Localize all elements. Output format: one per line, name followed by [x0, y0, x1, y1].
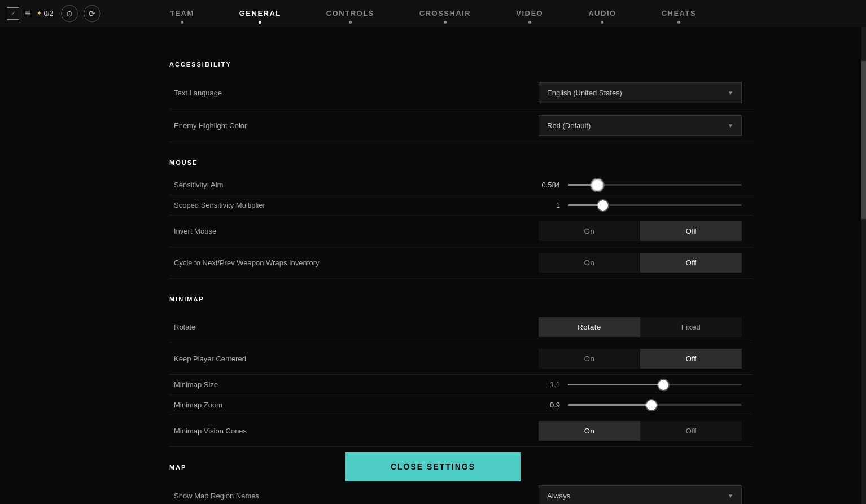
sensitivity-aim-value: 0.584 — [539, 181, 560, 189]
text-language-control: English (United States) ▼ — [539, 82, 753, 103]
minimap-zoom-fill — [568, 404, 651, 406]
keep-centered-on-btn[interactable]: On — [539, 349, 640, 369]
scoped-sensitivity-row: Scoped Sensitivity Multiplier 1 — [169, 195, 753, 216]
dropdown-arrow-icon2: ▼ — [728, 122, 733, 129]
star-count: ✦ 0/2 — [37, 10, 54, 17]
sensitivity-aim-row: Sensitivity: Aim 0.584 — [169, 175, 753, 195]
close-settings-button[interactable]: CLOSE SETTINGS — [345, 452, 521, 481]
keep-centered-row: Keep Player Centered On Off — [169, 343, 753, 375]
minimap-size-slider-group: 1.1 — [539, 380, 742, 389]
invert-mouse-control: On Off — [539, 221, 753, 241]
sensitivity-aim-control: 0.584 — [539, 181, 753, 189]
vision-cones-off-btn[interactable]: Off — [640, 421, 742, 441]
nav-tab-cheats[interactable]: CHEATS — [639, 0, 719, 27]
vision-cones-row: Minimap Vision Cones On Off — [169, 415, 753, 447]
star-count-value: 0/2 — [44, 10, 54, 17]
invert-mouse-row: Invert Mouse On Off — [169, 216, 753, 247]
enemy-highlight-control: Red (Default) ▼ — [539, 115, 753, 136]
nav-left-section: ✓ ≡ ✦ 0/2 ⊙ ⟳ — [0, 5, 113, 22]
scoped-sensitivity-thumb — [598, 200, 608, 211]
invert-mouse-on-btn[interactable]: On — [539, 221, 640, 241]
minimap-zoom-row: Minimap Zoom 0.9 — [169, 395, 753, 415]
invert-mouse-off-btn[interactable]: Off — [640, 221, 742, 241]
nav-tab-audio[interactable]: AUDIO — [566, 0, 638, 27]
cycle-weapon-control: On Off — [539, 253, 753, 273]
cycle-weapon-off-btn[interactable]: Off — [640, 253, 742, 273]
enemy-highlight-color-row: Enemy Highlight Color Red (Default) ▼ — [169, 109, 753, 142]
rotate-toggle-group: Rotate Fixed — [539, 317, 742, 337]
cycle-weapon-label: Cycle to Next/Prev Weapon Wraps Inventor… — [169, 258, 539, 267]
sensitivity-aim-label: Sensitivity: Aim — [169, 181, 539, 189]
minimap-size-track[interactable] — [568, 384, 742, 385]
scoped-sensitivity-slider-group: 1 — [539, 201, 742, 209]
scrollbar-track[interactable] — [861, 27, 866, 504]
section-mouse-title: MOUSE — [169, 159, 753, 166]
keep-centered-off-btn[interactable]: Off — [640, 349, 742, 369]
minimap-zoom-label: Minimap Zoom — [169, 401, 539, 409]
invert-mouse-label: Invert Mouse — [169, 227, 539, 235]
scrollbar-thumb[interactable] — [861, 61, 866, 219]
invert-mouse-toggle-group: On Off — [539, 221, 742, 241]
text-language-value: English (United States) — [547, 89, 622, 97]
minimap-size-fill — [568, 384, 663, 385]
show-map-region-names-row: Show Map Region Names Always ▼ — [169, 480, 753, 504]
nav-tab-crosshair[interactable]: CROSSHAIR — [397, 0, 494, 27]
settings-content: ACCESSIBILITY Text Language English (Uni… — [0, 27, 866, 504]
nav-tab-team[interactable]: TEAM — [147, 0, 217, 27]
section-minimap-title: MINIMAP — [169, 296, 753, 303]
keep-centered-toggle-group: On Off — [539, 349, 742, 369]
star-icon: ✦ — [37, 10, 42, 17]
minimap-size-thumb — [658, 380, 668, 390]
minimap-zoom-thumb — [646, 400, 657, 410]
minimap-size-value: 1.1 — [539, 380, 560, 389]
cycle-weapon-row: Cycle to Next/Prev Weapon Wraps Inventor… — [169, 247, 753, 279]
nav-tabs: TEAMGENERALCONTROLSCROSSHAIRVIDEOAUDIOCH… — [113, 0, 753, 27]
show-map-region-names-control: Always ▼ — [539, 485, 753, 504]
nav-tab-general[interactable]: GENERAL — [217, 0, 304, 27]
enemy-highlight-dropdown[interactable]: Red (Default) ▼ — [539, 115, 742, 136]
vision-cones-toggle-group: On Off — [539, 421, 742, 441]
profile-icon-btn[interactable]: ⟳ — [84, 5, 100, 22]
vision-cones-label: Minimap Vision Cones — [169, 427, 539, 435]
settings-icon-btn[interactable]: ⊙ — [61, 5, 78, 22]
rotate-row: Rotate Rotate Fixed — [169, 312, 753, 343]
nav-tab-controls[interactable]: CONTROLS — [304, 0, 397, 27]
scoped-sensitivity-track[interactable] — [568, 204, 742, 206]
sensitivity-aim-slider-group: 0.584 — [539, 181, 742, 189]
text-language-label: Text Language — [169, 89, 539, 97]
minimap-size-label: Minimap Size — [169, 380, 539, 389]
nav-tab-video[interactable]: VIDEO — [493, 0, 566, 27]
cycle-weapon-toggle-group: On Off — [539, 253, 742, 273]
minimap-zoom-slider-group: 0.9 — [539, 401, 742, 409]
scoped-sensitivity-value: 1 — [539, 201, 560, 209]
show-map-region-names-value: Always — [547, 492, 570, 500]
text-language-dropdown[interactable]: English (United States) ▼ — [539, 82, 742, 103]
text-language-row: Text Language English (United States) ▼ — [169, 77, 753, 109]
top-navigation: ✓ ≡ ✦ 0/2 ⊙ ⟳ TEAMGENERALCONTROLSCROSSHA… — [0, 0, 866, 27]
dropdown-arrow-icon: ▼ — [728, 90, 733, 96]
keep-centered-label: Keep Player Centered — [169, 354, 539, 363]
scoped-sensitivity-label: Scoped Sensitivity Multiplier — [169, 201, 539, 209]
sensitivity-aim-thumb — [591, 179, 603, 191]
rotate-fixed-btn[interactable]: Fixed — [640, 317, 742, 337]
rotate-rotate-btn[interactable]: Rotate — [539, 317, 640, 337]
scoped-sensitivity-control: 1 — [539, 201, 753, 209]
minimap-zoom-track[interactable] — [568, 404, 742, 406]
sensitivity-aim-track[interactable] — [568, 184, 742, 186]
logo-icon[interactable]: ✓ — [7, 7, 19, 20]
enemy-highlight-value: Red (Default) — [547, 121, 591, 130]
minimap-size-control: 1.1 — [539, 380, 753, 389]
enemy-highlight-color-label: Enemy Highlight Color — [169, 121, 539, 130]
minimap-zoom-control: 0.9 — [539, 401, 753, 409]
minimap-size-row: Minimap Size 1.1 — [169, 375, 753, 395]
rotate-control: Rotate Fixed — [539, 317, 753, 337]
keep-centered-control: On Off — [539, 349, 753, 369]
cycle-weapon-on-btn[interactable]: On — [539, 253, 640, 273]
rotate-label: Rotate — [169, 323, 539, 331]
hamburger-menu-icon[interactable]: ≡ — [25, 7, 31, 19]
minimap-zoom-value: 0.9 — [539, 401, 560, 409]
vision-cones-on-btn[interactable]: On — [539, 421, 640, 441]
show-map-region-names-label: Show Map Region Names — [169, 492, 539, 500]
dropdown-arrow-map-icon: ▼ — [728, 493, 733, 499]
show-map-region-names-dropdown[interactable]: Always ▼ — [539, 485, 742, 504]
